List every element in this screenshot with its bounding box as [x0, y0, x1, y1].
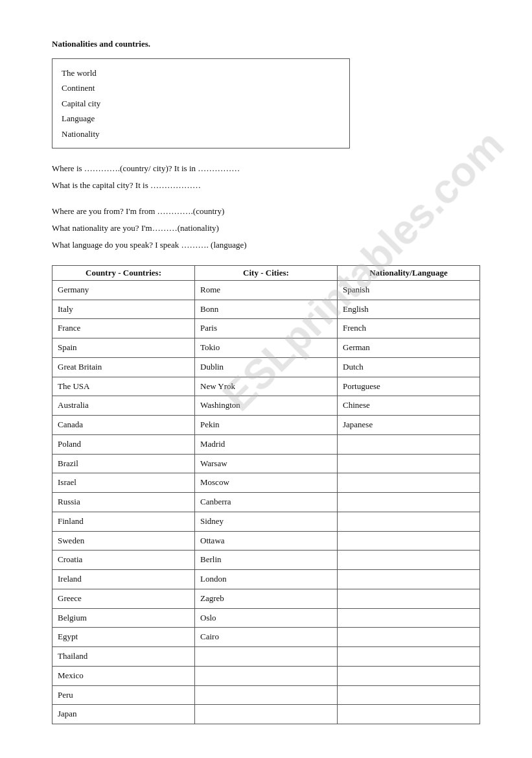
table-row: IrelandLondon	[52, 570, 480, 589]
table-row: Great BritainDublinDutch	[52, 357, 480, 377]
col-header-city: City - Cities:	[195, 265, 338, 280]
sentence-1: Where is ………….(country/ city)? It is in …	[52, 160, 480, 177]
country-cell: Russia	[52, 493, 195, 512]
vocab-item-4: Language	[62, 111, 340, 126]
table-row: Japan	[52, 705, 480, 724]
page-title: Nationalities and countries.	[52, 39, 480, 49]
country-cell: Finland	[52, 512, 195, 531]
table-row: SwedenOttawa	[52, 531, 480, 551]
country-cell: Germany	[52, 280, 195, 300]
country-cell: Japan	[52, 705, 195, 724]
country-cell: Peru	[52, 685, 195, 705]
city-cell	[195, 666, 338, 685]
vocab-item-3: Capital city	[62, 96, 340, 111]
table-row: GreeceZagreb	[52, 589, 480, 608]
city-cell	[195, 705, 338, 724]
countries-table: Country - Countries: City - Cities: Nati…	[52, 265, 480, 724]
vocab-item-2: Continent	[62, 80, 340, 95]
nationality-cell: English	[338, 300, 480, 319]
sentence-5: What language do you speak? I speak ……….…	[52, 237, 480, 254]
nationality-cell: Dutch	[338, 357, 480, 377]
country-cell: Great Britain	[52, 357, 195, 377]
table-row: EgyptCairo	[52, 628, 480, 647]
city-cell: Warsaw	[195, 454, 338, 473]
table-row: CroatiaBerlin	[52, 551, 480, 570]
country-cell: Brazil	[52, 454, 195, 473]
country-cell: Ireland	[52, 570, 195, 589]
table-row: AustraliaWashingtonChinese	[52, 396, 480, 416]
nationality-cell	[338, 493, 480, 512]
table-row: SpainTokioGerman	[52, 338, 480, 358]
vocab-item-1: The world	[62, 65, 340, 80]
city-cell: Canberra	[195, 493, 338, 512]
country-cell: Thailand	[52, 647, 195, 667]
city-cell: Dublin	[195, 357, 338, 377]
sentences-section: Where is ………….(country/ city)? It is in …	[52, 160, 480, 254]
city-cell: Sidney	[195, 512, 338, 531]
city-cell: Moscow	[195, 473, 338, 493]
city-cell: Paris	[195, 319, 338, 338]
country-cell: Italy	[52, 300, 195, 319]
nationality-cell: French	[338, 319, 480, 338]
country-cell: Australia	[52, 396, 195, 416]
nationality-cell	[338, 685, 480, 705]
table-row: Mexico	[52, 666, 480, 685]
sentence-3: Where are you from? I'm from ………….(count…	[52, 203, 480, 220]
nationality-cell: German	[338, 338, 480, 358]
city-cell	[195, 685, 338, 705]
country-cell: France	[52, 319, 195, 338]
nationality-cell	[338, 454, 480, 473]
city-cell: Cairo	[195, 628, 338, 647]
nationality-cell	[338, 551, 480, 570]
table-row: FranceParisFrench	[52, 319, 480, 338]
nationality-cell	[338, 705, 480, 724]
nationality-cell: Portuguese	[338, 377, 480, 396]
nationality-cell: Spanish	[338, 280, 480, 300]
nationality-cell	[338, 570, 480, 589]
city-cell: New Yrok	[195, 377, 338, 396]
country-cell: Greece	[52, 589, 195, 608]
table-row: BrazilWarsaw	[52, 454, 480, 473]
nationality-cell	[338, 531, 480, 551]
country-cell: Israel	[52, 473, 195, 493]
table-row: PolandMadrid	[52, 434, 480, 454]
country-cell: Egypt	[52, 628, 195, 647]
city-cell: Berlin	[195, 551, 338, 570]
country-cell: Belgium	[52, 608, 195, 628]
table-row: The USANew YrokPortuguese	[52, 377, 480, 396]
table-row: CanadaPekinJapanese	[52, 416, 480, 435]
sentence-4: What nationality are you? I'm………(nationa…	[52, 220, 480, 237]
country-cell: Sweden	[52, 531, 195, 551]
table-row: Thailand	[52, 647, 480, 667]
city-cell: London	[195, 570, 338, 589]
city-cell: Ottawa	[195, 531, 338, 551]
city-cell: Rome	[195, 280, 338, 300]
table-row: FinlandSidney	[52, 512, 480, 531]
city-cell: Washington	[195, 396, 338, 416]
nationality-cell: Chinese	[338, 396, 480, 416]
col-header-nationality: Nationality/Language	[338, 265, 480, 280]
table-row: BelgiumOslo	[52, 608, 480, 628]
city-cell: Bonn	[195, 300, 338, 319]
city-cell: Tokio	[195, 338, 338, 358]
country-cell: Spain	[52, 338, 195, 358]
col-header-country: Country - Countries:	[52, 265, 195, 280]
nationality-cell	[338, 589, 480, 608]
nationality-cell	[338, 608, 480, 628]
country-cell: Canada	[52, 416, 195, 435]
vocab-box: The world Continent Capital city Languag…	[52, 58, 350, 148]
city-cell: Zagreb	[195, 589, 338, 608]
nationality-cell	[338, 512, 480, 531]
nationality-cell	[338, 473, 480, 493]
city-cell: Oslo	[195, 608, 338, 628]
table-row: GermanyRomeSpanish	[52, 280, 480, 300]
country-cell: The USA	[52, 377, 195, 396]
city-cell: Pekin	[195, 416, 338, 435]
sentence-spacer	[52, 194, 480, 203]
city-cell	[195, 647, 338, 667]
nationality-cell	[338, 434, 480, 454]
country-cell: Mexico	[52, 666, 195, 685]
country-cell: Poland	[52, 434, 195, 454]
sentence-2: What is the capital city? It is ………………	[52, 177, 480, 194]
table-row: ItalyBonnEnglish	[52, 300, 480, 319]
